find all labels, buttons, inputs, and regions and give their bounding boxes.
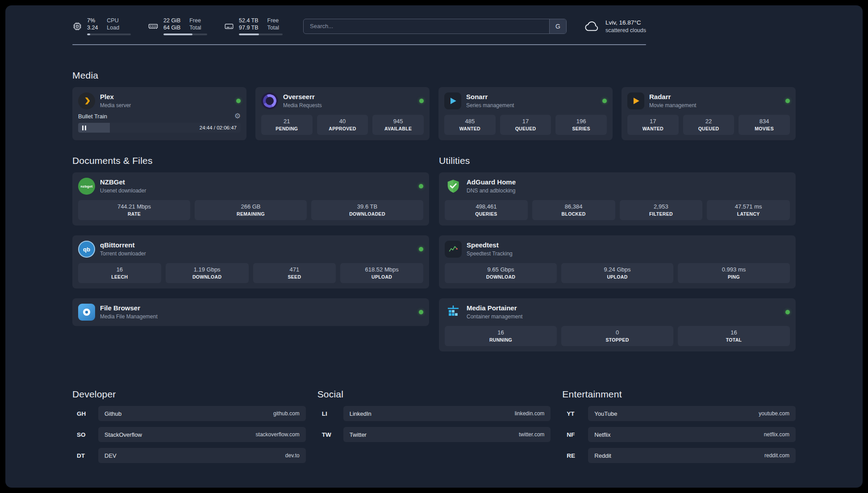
app-subtitle: Movie management [649,102,696,109]
cpu-percent-value: 7% [87,17,98,24]
section-title-utilities: Utilities [439,155,796,166]
search-engine-button[interactable]: G [549,19,566,33]
pause-icon[interactable] [82,125,86,130]
bookmark-url: dev.to [285,452,300,459]
app-card-overseerr[interactable]: Overseerr Media Requests 21PENDING 40APP… [255,87,430,140]
now-playing-title: Bullet Train [78,113,107,120]
stat-tile: 17QUEUED [500,115,551,135]
bookmark-linkedin[interactable]: LI LinkedInlinkedin.com [317,406,551,421]
bookmark-stackoverflow[interactable]: SO StackOverflowstackoverflow.com [72,427,306,442]
app-card-nzbget[interactable]: nzbget NZBGet Usenet downloader 744.21 M… [72,172,429,226]
stat-tile: 16LEECH [78,263,161,283]
bookmark-youtube[interactable]: YT YouTubeyoutube.com [562,406,796,421]
sonarr-icon [444,92,461,109]
bookmark-name: YouTube [594,410,617,417]
bookmark-abbr: TW [317,431,343,438]
app-name: qBittorrent [100,241,146,249]
status-dot [785,310,790,314]
cpu-icon [72,21,82,31]
stat-tile: 266 GBREMAINING [195,200,307,220]
status-dot [419,247,423,251]
section-title-media: Media [72,70,796,81]
app-name: Overseerr [283,93,322,101]
section-title-entertainment: Entertainment [562,389,796,400]
stat-tile: 471SEED [253,263,336,283]
stat-tile: 86,384BLOCKED [532,200,615,220]
weather-condition: scattered clouds [605,27,646,34]
stat-tile: 47.571 msLATENCY [707,200,790,220]
ram-usage-bar-fill [163,33,192,35]
app-card-plex[interactable]: Plex Media server Bullet Train ⚙ 24:44 /… [72,87,246,140]
section-title-documents: Documents & Files [72,155,429,166]
app-card-portainer[interactable]: Media Portainer Container management 16R… [439,298,796,351]
bookmark-name: Netflix [594,431,610,438]
search-input[interactable] [303,19,567,34]
gear-icon[interactable]: ⚙ [234,113,241,120]
app-name: File Browser [100,304,158,312]
status-dot [785,99,790,103]
utilities-section: Utilities AdGuard Home DNS and adblockin… [439,155,796,361]
bookmark-name: DEV [104,452,117,459]
overseerr-icon [261,92,278,109]
documents-section: Documents & Files nzbget NZBGet Usenet d… [72,155,429,336]
bookmark-abbr: GH [72,410,98,417]
disk-free-value: 52.4 TB [239,17,259,24]
bookmark-netflix[interactable]: NF Netflixnetflix.com [562,427,796,442]
bookmark-url: reddit.com [764,452,789,459]
app-name: Media Portainer [467,304,522,312]
weather-widget: Lviv, 16.87°C scattered clouds [584,19,646,34]
ram-free-label: Free [189,17,201,24]
bookmark-name: StackOverflow [104,431,142,438]
app-card-radarr[interactable]: Radarr Movie management 17WANTED 22QUEUE… [622,87,796,140]
cpu-label: CPU [107,17,119,24]
cpu-load-label: Load [107,24,119,31]
stat-tile: 485WANTED [444,115,496,135]
app-card-speedtest[interactable]: Speedtest Speedtest Tracking 9.65 GbpsDO… [439,235,796,288]
disk-free-label: Free [267,17,279,24]
stat-tile: 40APPROVED [317,115,368,135]
playback-time: 24:44 / 02:06:47 [200,125,241,130]
playback-progress-bar[interactable]: 24:44 / 02:06:47 [78,123,241,133]
header-divider [72,44,646,45]
app-subtitle: DNS and adblocking [467,188,516,194]
app-card-sonarr[interactable]: Sonarr Series management 485WANTED 17QUE… [438,87,613,140]
section-title-social: Social [317,389,551,400]
dashboard: 7% 3.24 CPU Load [5,5,863,488]
stat-tile: 0STOPPED [561,326,673,346]
status-dot [419,184,423,188]
app-subtitle: Usenet downloader [100,188,146,194]
adguard-icon [445,178,462,195]
disk-usage-bar-fill [239,33,259,35]
bookmarks-entertainment: Entertainment YT YouTubeyoutube.com NF N… [562,389,796,469]
weather-location: Lviv, 16.87°C [605,19,646,27]
app-name: NZBGet [100,178,146,186]
stat-tile: 21PENDING [261,115,313,135]
status-dot [602,99,607,103]
filebrowser-icon [78,304,95,321]
bookmark-twitter[interactable]: TW Twittertwitter.com [317,427,551,442]
app-subtitle: Container management [467,313,522,320]
bookmark-url: netflix.com [764,431,789,438]
bookmark-url: twitter.com [519,431,544,438]
app-subtitle: Speedtest Tracking [467,251,513,257]
stat-tile: 2,953FILTERED [620,200,703,220]
stat-tile: 945AVAILABLE [372,115,424,135]
bookmark-reddit[interactable]: RE Redditreddit.com [562,448,796,463]
ram-widget: 22 GiB 64 GiB Free Total [148,17,207,35]
app-card-filebrowser[interactable]: File Browser Media File Management [72,298,429,326]
bookmark-dev[interactable]: DT DEVdev.to [72,448,306,463]
stat-tile: 834MOVIES [739,115,790,135]
bookmark-url: linkedin.com [515,410,545,417]
stat-tile: 744.21 MbpsRATE [78,200,190,220]
ram-icon [148,21,159,32]
app-card-adguard[interactable]: AdGuard Home DNS and adblocking 498,461Q… [439,172,796,226]
disk-widget: 52.4 TB 97.9 TB Free Total [224,17,283,35]
app-subtitle: Series management [466,102,514,109]
section-title-developer: Developer [72,389,306,400]
stat-tile: 39.6 TBDOWNLOADED [311,200,423,220]
bookmark-github[interactable]: GH Githubgithub.com [72,406,306,421]
cpu-load-value: 3.24 [87,24,98,31]
bookmark-abbr: RE [562,452,588,459]
bookmark-name: Reddit [594,452,611,459]
app-card-qbittorrent[interactable]: qb qBittorrent Torrent downloader 16LEEC… [72,235,429,288]
